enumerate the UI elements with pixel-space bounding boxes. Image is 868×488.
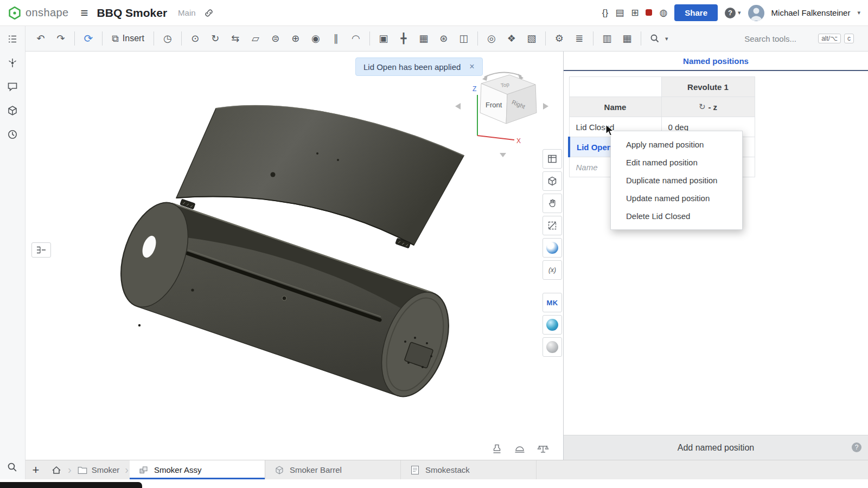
graphics-viewport[interactable]: Lid Open has been applied ×	[25, 52, 563, 460]
search-tools-box[interactable]: alt/⌥ c	[744, 34, 854, 43]
viewport-side-strip: (x) MK	[542, 149, 562, 357]
custom-app-icon[interactable]: MK	[542, 293, 562, 312]
frame-icon[interactable]: ≣	[570, 29, 589, 48]
display-states-icon[interactable]: ▧	[522, 29, 541, 48]
undo-icon[interactable]: ↶	[31, 29, 50, 48]
planar-mate-icon[interactable]: ▱	[246, 29, 265, 48]
cylindrical-mate-icon[interactable]: ⊜	[266, 29, 285, 48]
help-icon: ?	[725, 8, 736, 18]
mate-connector-icon[interactable]: ╋	[394, 29, 413, 48]
tab-smokestack[interactable]: Smokestack	[401, 460, 537, 479]
parts-cube-icon[interactable]	[4, 102, 21, 119]
help-button[interactable]: ? ▾	[725, 8, 741, 18]
tangent-mate-icon[interactable]: ◠	[346, 29, 366, 48]
menu-item-delete-lid-closed[interactable]: Delete Lid Closed	[611, 207, 742, 225]
axis-header-cell: ↻ - z	[661, 97, 755, 117]
toolbar-separator	[181, 31, 182, 46]
instance-list-icon[interactable]	[4, 30, 21, 48]
revolute-mate-icon[interactable]: ↻	[206, 29, 225, 48]
assembly-icon	[138, 465, 149, 476]
toast-message: Lid Open has been applied	[363, 62, 461, 72]
menu-item-edit-named-position[interactable]: Edit named position	[611, 153, 742, 171]
clock-icon[interactable]: ◷	[158, 29, 177, 48]
search-tools-icon[interactable]	[645, 29, 665, 48]
circular-pattern-icon[interactable]: ⊛	[434, 29, 454, 48]
tab-label: Smokestack	[425, 465, 470, 474]
view-cube[interactable]: Front Right Top Z X	[453, 65, 551, 160]
breadcrumb-folder[interactable]: Smoker	[73, 460, 124, 479]
user-menu-caret-icon[interactable]: ▾	[857, 9, 860, 16]
menu-item-apply-named-position[interactable]: Apply named position	[611, 136, 742, 153]
configurations-icon[interactable]: ⚙	[550, 29, 569, 48]
pin-slot-mate-icon[interactable]: ⊕	[286, 29, 305, 48]
parallel-mate-icon[interactable]: ∥	[326, 29, 346, 48]
search-tools-input[interactable]	[744, 34, 815, 43]
apps-icon[interactable]: ⊞	[631, 7, 639, 18]
menu-item-duplicate-named-position[interactable]: Duplicate named position	[611, 171, 742, 189]
replicate-icon[interactable]: ◫	[454, 29, 474, 48]
snap-mode-icon[interactable]: ◎	[482, 29, 501, 48]
home-icon[interactable]	[46, 460, 67, 479]
dome-icon[interactable]	[514, 444, 526, 454]
section-view-icon[interactable]	[542, 216, 562, 235]
onshape-logo[interactable]: onshape	[8, 6, 69, 20]
context-menu: Apply named position Edit named position…	[610, 131, 743, 230]
insert-button[interactable]: ⧉ Insert	[106, 29, 150, 48]
redo-icon[interactable]: ↷	[51, 29, 71, 48]
properties-table-icon[interactable]: ▦	[617, 29, 637, 48]
tree-flyout-toggle[interactable]	[31, 242, 51, 258]
feature-list-icon[interactable]: ▤	[615, 7, 624, 18]
appearance-icon[interactable]	[542, 238, 562, 258]
slider-mate-icon[interactable]: ⇆	[226, 29, 245, 48]
ball-mate-icon[interactable]: ◉	[306, 29, 326, 48]
rotate-right-arrow-icon[interactable]	[543, 103, 548, 110]
viewcube-front-label[interactable]: Front	[486, 101, 502, 109]
rollback-icon[interactable]: ⟳	[79, 29, 98, 48]
tab-label: Smoker Assy	[154, 465, 202, 474]
tab-smoker-assy[interactable]: Smoker Assy	[130, 460, 265, 479]
folder-label: Smoker	[92, 465, 120, 474]
linear-pattern-icon[interactable]: ▦	[414, 29, 433, 48]
fastened-mate-icon[interactable]: ⊙	[186, 29, 205, 48]
record-icon[interactable]	[646, 8, 652, 18]
versions-icon[interactable]: {}	[602, 8, 608, 18]
user-name: Michael Falkensteiner	[771, 8, 851, 17]
main-menu-icon[interactable]: ≡	[81, 5, 88, 21]
new-tab-button[interactable]: +	[25, 460, 46, 479]
view-cube-icon[interactable]	[542, 171, 562, 191]
logo-text: onshape	[25, 7, 69, 19]
person-icon	[748, 5, 764, 21]
pan-hand-icon[interactable]	[542, 194, 562, 213]
bom-icon[interactable]: ▥	[597, 29, 617, 48]
tools-caret-icon[interactable]: ▾	[665, 35, 668, 42]
group-icon[interactable]: ▣	[374, 29, 393, 48]
render-sphere-icon[interactable]	[542, 337, 562, 357]
part-studio-icon	[274, 465, 285, 476]
tab-label: Smoker Barrel	[290, 465, 342, 474]
rotate-left-arrow-icon[interactable]	[455, 103, 461, 110]
add-named-position-button[interactable]: Add named position	[669, 439, 763, 457]
named-positions-panel: Named positions Revolute 1 Name ↻ - z Li…	[563, 52, 868, 460]
link-icon[interactable]	[203, 8, 214, 18]
material-sphere-icon[interactable]	[542, 315, 562, 335]
variables-icon[interactable]: (x)	[542, 260, 562, 280]
explode-view-icon[interactable]: ❖	[502, 29, 521, 48]
stamp-icon[interactable]	[491, 444, 503, 454]
close-icon[interactable]: ×	[469, 62, 474, 72]
panel-help-icon[interactable]: ?	[852, 442, 861, 452]
mate-connector-icon[interactable]	[4, 54, 21, 72]
bom-table-icon[interactable]	[542, 149, 562, 169]
globe-icon[interactable]: ◍	[659, 7, 667, 18]
search-icon[interactable]	[4, 459, 21, 476]
menu-item-update-named-position[interactable]: Update named position	[611, 189, 742, 207]
scale-icon[interactable]	[537, 444, 550, 454]
smoker-3d-model[interactable]	[101, 95, 497, 409]
share-button[interactable]: Share	[674, 4, 718, 21]
comments-icon[interactable]	[4, 78, 21, 95]
rotate-down-arrow-icon[interactable]	[500, 153, 506, 157]
avatar[interactable]	[748, 5, 764, 21]
history-clock-icon[interactable]	[4, 126, 21, 143]
workspace-name[interactable]: Main	[178, 8, 196, 17]
assembly-toolbar: ↶ ↷ ⟳ ⧉ Insert ◷ ⊙ ↻ ⇆ ▱ ⊜ ⊕ ◉ ∥ ◠ ▣ ╋ ▦…	[25, 26, 868, 52]
tab-smoker-barrel[interactable]: Smoker Barrel	[265, 460, 401, 479]
